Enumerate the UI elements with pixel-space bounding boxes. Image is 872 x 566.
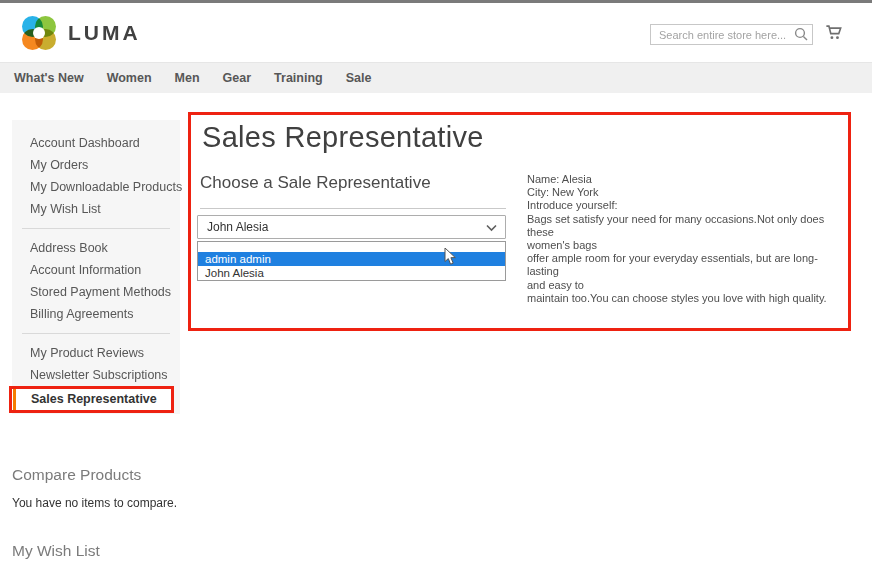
detail-line: Introduce yourself: bbox=[527, 199, 849, 212]
sidebar-item-account-dashboard[interactable]: Account Dashboard bbox=[12, 132, 180, 154]
logo-text: LUMA bbox=[68, 21, 141, 45]
sidebar-item-sales-representative[interactable]: Sales Representative bbox=[9, 386, 174, 413]
detail-line: Name: Alesia bbox=[527, 173, 849, 186]
page-title: Sales Representative bbox=[202, 121, 484, 154]
search-input[interactable] bbox=[650, 24, 813, 45]
sales-rep-select[interactable]: John Alesia bbox=[197, 215, 506, 239]
chevron-down-icon bbox=[486, 224, 497, 232]
nav-item-sale[interactable]: Sale bbox=[346, 71, 372, 85]
shopping-cart-icon[interactable] bbox=[824, 23, 843, 42]
compare-products-title: Compare Products bbox=[12, 466, 141, 484]
sidebar-item-account-information[interactable]: Account Information bbox=[12, 259, 180, 281]
nav-item-training[interactable]: Training bbox=[274, 71, 323, 85]
detail-line: and easy to bbox=[527, 279, 849, 292]
compare-empty-text: You have no items to compare. bbox=[12, 496, 177, 510]
search-box bbox=[650, 24, 813, 45]
sidebar-item-newsletter-subscriptions[interactable]: Newsletter Subscriptions bbox=[12, 364, 180, 386]
sidebar-item-address-book[interactable]: Address Book bbox=[12, 237, 180, 259]
sidebar-item-my-orders[interactable]: My Orders bbox=[12, 154, 180, 176]
sidebar-item-my-wish-list[interactable]: My Wish List bbox=[12, 198, 180, 220]
detail-line: City: New York bbox=[527, 186, 849, 199]
sidebar-divider bbox=[22, 228, 170, 229]
detail-line: maintain too.You can choose styles you l… bbox=[527, 292, 849, 305]
sidebar-item-my-product-reviews[interactable]: My Product Reviews bbox=[12, 342, 180, 364]
nav-item-men[interactable]: Men bbox=[175, 71, 200, 85]
sidebar-item-stored-payment-methods[interactable]: Stored Payment Methods bbox=[12, 281, 180, 303]
select-value: John Alesia bbox=[207, 220, 268, 234]
sidebar-item-my-downloadable-products[interactable]: My Downloadable Products bbox=[12, 176, 180, 198]
magnifier-icon[interactable] bbox=[794, 27, 808, 41]
dropdown-empty-option[interactable] bbox=[198, 242, 505, 252]
choose-rep-label: Choose a Sale Representative bbox=[200, 173, 506, 193]
detail-line: women's bags bbox=[527, 239, 849, 252]
nav-item-women[interactable]: Women bbox=[107, 71, 152, 85]
luma-flower-icon bbox=[22, 16, 56, 50]
sidebar-item-billing-agreements[interactable]: Billing Agreements bbox=[12, 303, 180, 325]
detail-line: Bags set satisfy your need for many occa… bbox=[527, 213, 849, 239]
nav-item-gear[interactable]: Gear bbox=[223, 71, 252, 85]
header: LUMA bbox=[0, 3, 872, 62]
annotation-box-main: Sales Representative Choose a Sale Repre… bbox=[188, 112, 851, 331]
dropdown-option-john-alesia[interactable]: John Alesia bbox=[198, 266, 505, 280]
my-wish-list-title: My Wish List bbox=[12, 542, 100, 560]
nav-item-whats-new[interactable]: What's New bbox=[14, 71, 84, 85]
main-navigation: What's New Women Men Gear Training Sale bbox=[0, 62, 872, 93]
sidebar-divider bbox=[22, 333, 170, 334]
mouse-cursor bbox=[444, 248, 457, 266]
detail-line: offer ample room for your everyday essen… bbox=[527, 252, 849, 278]
luma-logo[interactable]: LUMA bbox=[22, 16, 141, 50]
subtitle-block: Choose a Sale Representative bbox=[200, 173, 506, 209]
account-sidebar: Account Dashboard My Orders My Downloada… bbox=[12, 120, 180, 414]
dropdown-option-admin-admin[interactable]: admin admin bbox=[198, 252, 505, 266]
rep-details: Name: Alesia City: New York Introduce yo… bbox=[527, 173, 849, 305]
sales-rep-dropdown: admin admin John Alesia bbox=[197, 241, 506, 281]
